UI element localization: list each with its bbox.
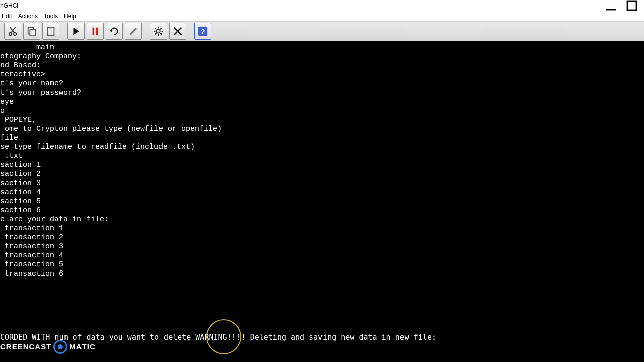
- svg-marker-14: [130, 28, 137, 35]
- terminal-line: saction 4: [0, 188, 644, 197]
- record-dot-icon: [53, 340, 67, 354]
- terminal-line: o: [0, 107, 644, 116]
- terminal-line: transaction 6: [0, 269, 644, 279]
- svg-marker-10: [73, 28, 79, 35]
- stop-button[interactable]: [87, 23, 104, 40]
- tools-button[interactable]: [169, 23, 186, 40]
- terminal-line: se type filename to readfile (include .t…: [0, 143, 644, 152]
- terminal-output[interactable]: mainotography Company:nd Based:teractive…: [0, 41, 644, 362]
- terminal-line: e are your data in file:: [0, 215, 644, 224]
- terminal-line: transaction 5: [0, 260, 644, 269]
- titlebar: nGHCi: [0, 0, 644, 11]
- menu-help[interactable]: Help: [64, 13, 76, 20]
- help-button[interactable]: ?: [194, 23, 211, 40]
- minimize-button[interactable]: [605, 1, 617, 11]
- terminal-line: saction 2: [0, 170, 644, 179]
- cut-button[interactable]: [4, 23, 21, 40]
- terminal-line: saction 6: [0, 206, 644, 215]
- svg-line-22: [155, 33, 157, 35]
- svg-rect-8: [48, 28, 54, 36]
- terminal-line: otography Company:: [0, 52, 644, 61]
- terminal-line: nd Based:: [0, 61, 644, 70]
- svg-rect-1: [627, 1, 636, 10]
- terminal-line: saction 3: [0, 179, 644, 188]
- paste-button[interactable]: [42, 23, 59, 40]
- svg-marker-13: [110, 30, 113, 33]
- svg-rect-12: [96, 28, 98, 35]
- run-button[interactable]: [67, 23, 85, 40]
- terminal-line: .txt: [0, 152, 644, 161]
- svg-text:?: ?: [201, 28, 205, 36]
- terminal-line: eye: [0, 98, 644, 107]
- svg-rect-7: [30, 29, 35, 36]
- terminal-line: transaction 4: [0, 251, 644, 260]
- terminal-line: transaction 2: [0, 233, 644, 242]
- reload-button[interactable]: [106, 23, 123, 40]
- terminal-line: teractive>: [0, 70, 644, 79]
- terminal-line: main: [0, 43, 644, 52]
- screencast-watermark: CREENCAST MATIC: [0, 341, 96, 353]
- settings-button[interactable]: [150, 23, 167, 40]
- menu-actions[interactable]: Actions: [18, 13, 38, 20]
- window-title: nGHCi: [0, 2, 18, 9]
- svg-line-20: [155, 28, 157, 30]
- edit-button[interactable]: [125, 23, 142, 40]
- terminal-line: transaction 1: [0, 224, 644, 233]
- terminal-line: file: [0, 134, 644, 143]
- maximize-button[interactable]: [626, 1, 638, 11]
- toolbar: ?: [0, 21, 644, 41]
- window-controls: [605, 1, 638, 11]
- menu-tools[interactable]: Tools: [44, 13, 58, 20]
- svg-point-15: [156, 29, 160, 33]
- svg-rect-11: [93, 28, 95, 35]
- terminal-line: t's your password?: [0, 88, 644, 98]
- svg-rect-9: [49, 27, 52, 29]
- terminal-line: ome to Crypton please type (newfile or o…: [0, 125, 644, 134]
- menu-edit[interactable]: Edit: [2, 13, 12, 20]
- terminal-line: saction 1: [0, 161, 644, 170]
- svg-line-21: [160, 33, 162, 35]
- menubar: Edit Actions Tools Help: [0, 11, 644, 21]
- terminal-line: saction 5: [0, 197, 644, 206]
- terminal-line: POPEYE,: [0, 116, 644, 125]
- copy-button[interactable]: [23, 23, 40, 40]
- terminal-line: t's your name?: [0, 79, 644, 88]
- terminal-line: transaction 3: [0, 242, 644, 251]
- svg-line-23: [160, 28, 162, 30]
